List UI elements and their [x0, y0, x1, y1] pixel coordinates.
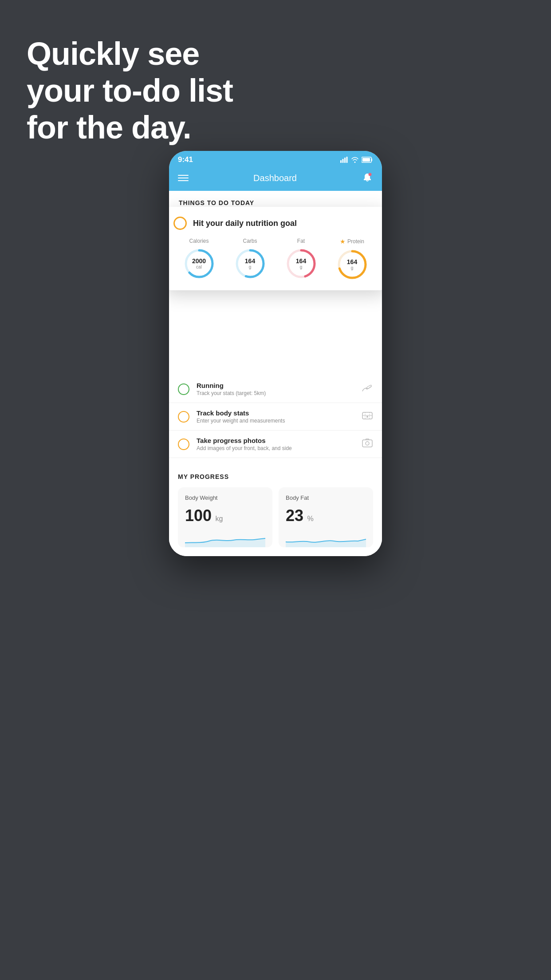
- todo-text-body-stats: Track body stats Enter your weight and m…: [197, 409, 354, 424]
- nutrition-item-calories: Calories 2000 cal: [183, 238, 215, 280]
- todo-circle-photos: [178, 439, 189, 450]
- nutrition-label-calories: Calories: [189, 238, 209, 244]
- nutrition-label-fat: Fat: [297, 238, 305, 244]
- wifi-icon: [351, 157, 359, 163]
- weight-unit: kg: [216, 515, 223, 522]
- protein-value: 164: [347, 259, 357, 265]
- nutrition-label-carbs: Carbs: [243, 238, 257, 244]
- svg-rect-1: [342, 159, 344, 163]
- todo-circle-body-stats: [178, 411, 189, 423]
- status-bar: 9:41: [169, 151, 382, 167]
- hero-line1: Quickly see: [27, 36, 233, 72]
- nutrition-item-fat: Fat 164 g: [285, 238, 317, 280]
- svg-rect-17: [362, 440, 372, 447]
- floating-card: Hit your daily nutrition goal Calories: [169, 207, 382, 290]
- progress-value-fat: 23 %: [286, 506, 366, 525]
- hero-line3: for the day.: [27, 109, 233, 146]
- todo-text-photos: Take progress photos Add images of your …: [197, 437, 354, 451]
- todo-desc-photos: Add images of your front, back, and side: [197, 445, 354, 451]
- svg-rect-0: [340, 160, 342, 163]
- svg-rect-2: [344, 158, 346, 163]
- status-icons: [340, 157, 373, 163]
- progress-title: MY PROGRESS: [178, 473, 373, 480]
- carbs-unit: g: [245, 265, 255, 269]
- nav-bar: Dashboard: [169, 167, 382, 191]
- hero-line2: your to-do list: [27, 72, 233, 109]
- fat-unit-card: %: [307, 515, 314, 522]
- fat-value: 164: [296, 258, 306, 265]
- signal-icon: [340, 157, 348, 163]
- running-icon: [361, 383, 373, 395]
- card-title: Hit your daily nutrition goal: [193, 219, 297, 228]
- svg-point-16: [366, 416, 368, 418]
- fat-unit: g: [296, 265, 306, 269]
- scale-icon: [362, 411, 373, 423]
- status-time: 9:41: [178, 155, 193, 164]
- svg-point-18: [366, 442, 369, 445]
- weight-chart: [185, 530, 265, 547]
- phone-content: THINGS TO DO TODAY Hit your daily nutrit…: [169, 191, 382, 556]
- svg-rect-5: [362, 158, 370, 162]
- calories-value: 2000: [192, 258, 206, 265]
- progress-card-weight: Body Weight 100 kg: [178, 487, 272, 547]
- todo-text-running: Running Track your stats (target: 5km): [197, 382, 354, 396]
- floating-card-wrapper: Hit your daily nutrition goal Calories: [169, 211, 382, 304]
- hamburger-menu[interactable]: [178, 175, 189, 181]
- nutrition-item-carbs: Carbs 164 g: [234, 238, 266, 280]
- progress-card-title-weight: Body Weight: [185, 494, 265, 501]
- battery-icon: [362, 157, 373, 163]
- section-title: THINGS TO DO TODAY: [179, 199, 254, 206]
- svg-point-6: [369, 173, 372, 176]
- circle-fat: 164 g: [285, 248, 317, 280]
- nutrition-item-protein: ★ Protein 164 g: [336, 238, 368, 281]
- carbs-value: 164: [245, 258, 255, 265]
- todo-desc-running: Track your stats (target: 5km): [197, 390, 354, 396]
- todo-item-photos[interactable]: Take progress photos Add images of your …: [169, 431, 382, 458]
- todo-item-running[interactable]: Running Track your stats (target: 5km): [169, 375, 382, 403]
- fat-chart: [286, 530, 366, 547]
- phone-frame: 9:41 Dashboar: [169, 151, 382, 556]
- star-icon: ★: [340, 238, 346, 245]
- todo-check-nutrition[interactable]: [173, 217, 187, 230]
- progress-value-weight: 100 kg: [185, 506, 265, 525]
- todo-name-running: Running: [197, 382, 354, 389]
- nav-title: Dashboard: [253, 173, 297, 183]
- todo-circle-running: [178, 383, 189, 395]
- progress-section: MY PROGRESS Body Weight 100 kg: [169, 462, 382, 556]
- hero-text: Quickly see your to-do list for the day.: [27, 36, 233, 146]
- todo-name-body-stats: Track body stats: [197, 409, 354, 417]
- progress-cards: Body Weight 100 kg Body Fat: [178, 487, 373, 547]
- progress-card-title-fat: Body Fat: [286, 494, 366, 501]
- todo-list: Running Track your stats (target: 5km) T…: [169, 375, 382, 458]
- nutrition-row: Calories 2000 cal: [173, 238, 378, 281]
- photo-icon: [362, 438, 373, 450]
- circle-protein: 164 g: [336, 249, 368, 281]
- nutrition-label-protein: ★ Protein: [340, 238, 364, 245]
- todo-desc-body-stats: Enter your weight and measurements: [197, 418, 354, 424]
- calories-unit: cal: [192, 265, 206, 269]
- todo-item-body-stats[interactable]: Track body stats Enter your weight and m…: [169, 403, 382, 431]
- bell-icon[interactable]: [362, 172, 373, 184]
- fat-number: 23: [286, 506, 303, 525]
- circle-carbs: 164 g: [234, 248, 266, 280]
- circle-calories: 2000 cal: [183, 248, 215, 280]
- protein-unit: g: [347, 265, 357, 270]
- card-header: Hit your daily nutrition goal: [173, 217, 378, 230]
- progress-card-fat: Body Fat 23 %: [279, 487, 373, 547]
- svg-rect-3: [346, 157, 348, 163]
- todo-name-photos: Take progress photos: [197, 437, 354, 444]
- weight-number: 100: [185, 506, 212, 525]
